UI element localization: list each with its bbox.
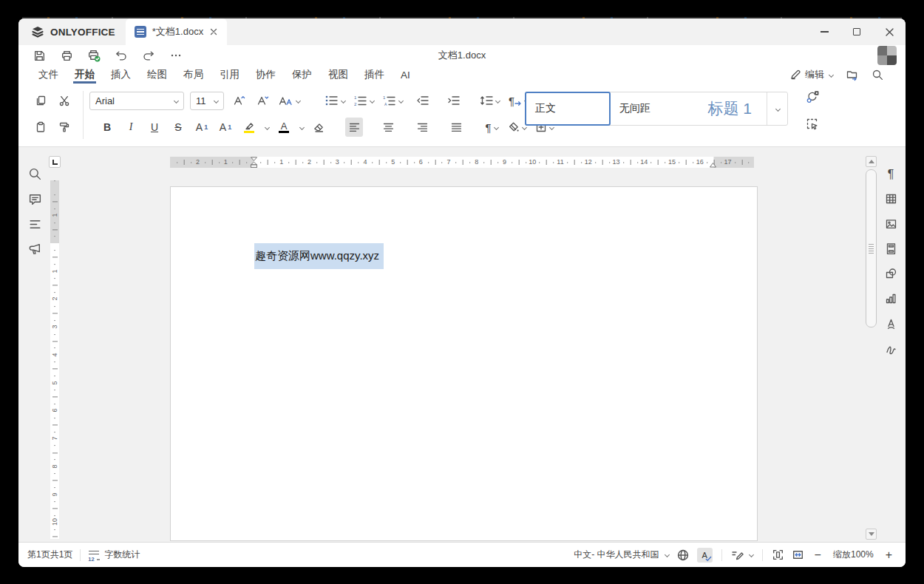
change-case-button[interactable] (277, 91, 302, 110)
save-button[interactable] (30, 47, 48, 64)
font-color-button[interactable]: A (275, 118, 293, 137)
undo-button[interactable] (112, 47, 130, 64)
numbered-list-button[interactable]: 12 (353, 91, 376, 110)
tab-stop-selector[interactable] (49, 156, 61, 168)
tab-references[interactable]: 引用 (211, 66, 248, 84)
tab-ai[interactable]: AI (393, 66, 418, 84)
styles-gallery-dropdown[interactable] (767, 92, 787, 125)
find-panel-button[interactable] (24, 163, 45, 184)
indent-markers[interactable] (249, 157, 259, 168)
subscript-button[interactable]: A1 (217, 118, 234, 137)
paste-button[interactable] (32, 118, 50, 137)
text-art-settings-button[interactable] (880, 313, 901, 334)
chart-settings-button[interactable] (880, 288, 901, 309)
page-number-indicator[interactable]: 第1页共1页 (18, 549, 72, 561)
close-button[interactable] (873, 18, 906, 45)
horizontal-ruler[interactable]: 211234567891011121314151617 (170, 157, 754, 168)
tab-home[interactable]: 开始 (67, 66, 103, 84)
zoom-out-button[interactable]: − (812, 549, 824, 562)
feedback-button[interactable] (24, 239, 45, 259)
zoom-in-button[interactable]: + (883, 549, 895, 562)
signature-settings-button[interactable] (880, 339, 901, 359)
editing-mode-button[interactable]: 编辑 (789, 68, 833, 81)
track-changes-button[interactable] (731, 549, 753, 561)
justify-button[interactable] (447, 118, 465, 137)
bullet-list-button[interactable] (324, 91, 347, 110)
strikethrough-button[interactable]: S (169, 118, 187, 137)
paragraph-settings-button[interactable]: ¶ (880, 164, 901, 185)
redo-button[interactable] (140, 47, 157, 64)
scroll-up-button[interactable] (866, 156, 877, 167)
decrease-indent-button[interactable] (413, 91, 431, 110)
language-selector[interactable]: 中文- 中华人民共和国 (574, 549, 668, 561)
word-count-button[interactable]: 12 字数统计 (88, 549, 140, 561)
shape-settings-button[interactable] (880, 263, 901, 284)
scroll-down-button[interactable] (866, 529, 877, 540)
decrease-font-size-button[interactable] (254, 91, 271, 110)
highlight-color-button[interactable] (240, 118, 258, 137)
tab-layout[interactable]: 布局 (175, 66, 211, 84)
superscript-button[interactable]: A1 (193, 118, 211, 137)
copy-button[interactable] (32, 91, 50, 110)
align-center-button[interactable] (379, 118, 397, 137)
tab-view[interactable]: 视图 (320, 66, 356, 84)
increase-indent-button[interactable] (444, 91, 462, 110)
document-page[interactable]: 趣奇资源网www.qqzy.xyz (170, 186, 758, 541)
selected-text[interactable]: 趣奇资源网www.qqzy.xyz (254, 243, 384, 269)
ribbon-tabs: 文件 开始 插入 绘图 布局 引用 协作 保护 视图 插件 AI 编辑 (18, 66, 906, 84)
document-tab[interactable]: *文档1.docx (126, 18, 227, 45)
replace-button[interactable] (804, 87, 821, 106)
fit-page-button[interactable] (772, 549, 784, 561)
quick-print-button[interactable] (85, 47, 103, 64)
underline-button[interactable]: U (146, 118, 163, 137)
fit-width-button[interactable] (792, 549, 804, 561)
font-size-combo[interactable]: 11 (190, 92, 224, 110)
bold-button[interactable]: B (98, 118, 116, 137)
font-color-dropdown[interactable] (299, 124, 305, 129)
multilevel-list-button[interactable]: 1A (381, 91, 404, 110)
open-file-location-button[interactable] (846, 68, 859, 81)
style-no-spacing[interactable]: 无间距 (611, 92, 693, 125)
user-avatar[interactable] (877, 46, 897, 65)
comments-panel-button[interactable] (24, 189, 45, 209)
header-footer-settings-button[interactable] (880, 238, 901, 259)
style-heading1[interactable]: 标题 1 (693, 92, 767, 125)
cut-button[interactable] (55, 91, 73, 110)
document-language-button[interactable] (676, 549, 690, 562)
table-settings-button[interactable] (880, 189, 901, 209)
align-left-button[interactable] (345, 118, 363, 137)
minimize-button[interactable] (808, 18, 840, 45)
tab-protection[interactable]: 保护 (284, 66, 320, 84)
tab-close-icon[interactable] (209, 27, 218, 36)
vertical-ruler[interactable]: 112345678910 (50, 180, 59, 539)
style-normal-label: 正文 (535, 102, 556, 115)
document-icon (135, 26, 146, 38)
tab-insert[interactable]: 插入 (103, 66, 139, 84)
tab-plugins[interactable]: 插件 (356, 66, 393, 84)
style-normal[interactable]: 正文 (525, 92, 611, 126)
customize-quick-access-button[interactable] (167, 47, 185, 64)
navigation-panel-button[interactable] (24, 214, 45, 234)
highlight-color-dropdown[interactable] (265, 124, 270, 129)
show-paragraph-marks-button[interactable]: ¶ (483, 118, 500, 137)
svg-text:2: 2 (354, 102, 357, 106)
font-name-combo[interactable]: Arial (89, 92, 184, 110)
clear-formatting-button[interactable] (310, 118, 327, 137)
image-settings-button[interactable] (880, 214, 901, 234)
print-button[interactable] (58, 47, 75, 64)
right-indent-marker[interactable] (708, 157, 718, 168)
tab-collaboration[interactable]: 协作 (248, 66, 284, 84)
maximize-button[interactable] (840, 18, 873, 45)
search-button[interactable] (872, 69, 883, 81)
spell-check-button[interactable]: A (697, 548, 713, 563)
line-spacing-button[interactable] (478, 91, 501, 110)
italic-button[interactable]: I (122, 118, 140, 137)
increase-font-size-button[interactable] (230, 91, 248, 110)
select-all-button[interactable] (804, 115, 821, 134)
align-right-button[interactable] (413, 118, 431, 137)
format-painter-button[interactable] (55, 118, 73, 137)
app-window: ONLYOFFICE *文档1.docx (18, 18, 906, 567)
scrollbar-thumb[interactable] (866, 169, 877, 327)
tab-draw[interactable]: 绘图 (139, 66, 175, 84)
tab-file[interactable]: 文件 (30, 66, 67, 84)
